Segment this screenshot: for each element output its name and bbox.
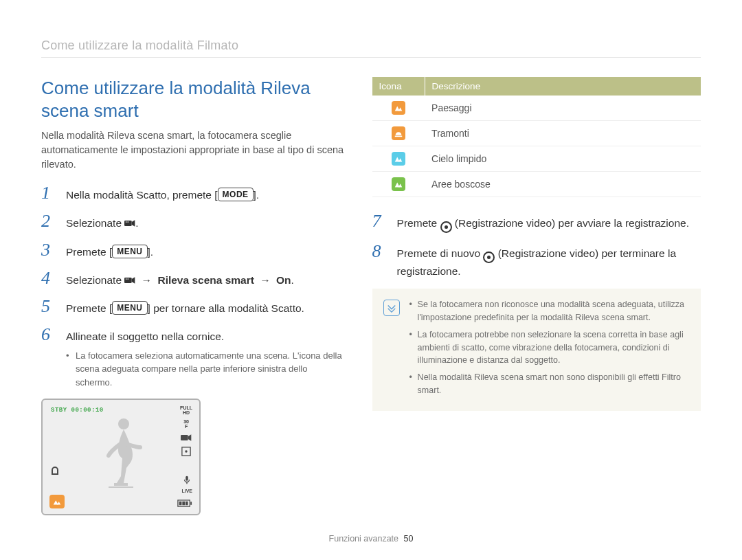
note-item: Nella modalità Rileva scena smart non so… [409, 371, 690, 397]
step-6-note: La fotocamera seleziona automaticamente … [66, 349, 345, 390]
steps-list-7-8: 7 Premete (Registrazione video) per avvi… [372, 212, 701, 279]
table-header-icon: Icona [372, 77, 425, 96]
record-button-icon [440, 221, 452, 233]
film-mode-icon [124, 219, 135, 227]
svg-point-7 [128, 278, 129, 280]
scene-label: Tramonti [425, 121, 701, 146]
fps-icon: 30 F [183, 419, 189, 429]
sunset-icon [392, 126, 405, 140]
step-text: Premete [MENU]. [66, 241, 345, 260]
svg-rect-23 [182, 502, 185, 506]
step-4: 4 Selezionate → Rileva scena smart → On. [41, 269, 345, 288]
lcd-lower-right-indicators: LIVE [181, 475, 192, 493]
table-row: Tramonti [372, 121, 701, 146]
step-1: 1 Nella modalità Scatto, premete [MODE]. [41, 184, 345, 203]
clear-sky-icon [392, 152, 405, 166]
film-icon [181, 433, 192, 443]
step-number: 3 [41, 241, 56, 259]
svg-marker-29 [398, 158, 402, 161]
step-text: Selezionate . [66, 212, 345, 231]
step-text: Allineate il soggetto nella cornice. La … [66, 326, 345, 389]
breadcrumb: Come utilizzare la modalità Filmato [41, 38, 701, 58]
fullhd-icon: FULL HD [180, 405, 192, 415]
forest-icon [392, 177, 405, 191]
mode-button-label: MODE [218, 188, 254, 201]
table-header-desc: Descrizione [425, 77, 701, 96]
step-text: Nella modalità Scatto, premete [MODE]. [66, 184, 345, 203]
svg-point-3 [128, 221, 129, 223]
svg-rect-8 [181, 435, 188, 440]
step-8: 8 Premete di nuovo (Registrazione video)… [372, 243, 701, 279]
step-text: Selezionate → Rileva scena smart → On. [66, 269, 345, 288]
table-row: Cielo limpido [372, 146, 701, 172]
left-column: Come utilizzare la modalità Rileva scena… [41, 77, 345, 515]
step-number: 8 [372, 243, 387, 260]
svg-point-6 [126, 278, 127, 280]
steps-list-1-6: 1 Nella modalità Scatto, premete [MODE].… [41, 184, 345, 389]
live-icon: LIVE [181, 489, 192, 493]
content-columns: Come utilizzare la modalità Rileva scena… [41, 77, 701, 515]
lcd-right-indicators: FULL HD 30 F [180, 405, 192, 456]
page-title: Come utilizzare la modalità Rileva scena… [41, 77, 345, 122]
skater-silhouette-icon [93, 414, 148, 490]
record-button-icon [483, 251, 495, 263]
landscape-icon [392, 101, 405, 115]
svg-marker-31 [398, 183, 402, 187]
step-number: 4 [41, 269, 56, 287]
step-text: Premete (Registrazione video) per avviar… [397, 212, 701, 233]
landscape-scene-icon [49, 495, 65, 508]
note-callout: Se la fotocamera non riconosce una modal… [372, 289, 701, 410]
note-item: Se la fotocamera non riconosce una modal… [409, 298, 690, 324]
metering-icon [181, 447, 192, 456]
film-mode-icon [124, 276, 135, 284]
scene-icon-table: Icona Descrizione Paesaggi Tramonti [372, 77, 701, 197]
step-6: 6 Allineate il soggetto nella cornice. L… [41, 326, 345, 389]
mic-icon [182, 475, 192, 484]
svg-point-15 [118, 418, 129, 429]
step-number: 5 [41, 298, 56, 315]
step-number: 2 [41, 212, 56, 230]
menu-button-label: MENU [112, 301, 147, 315]
svg-rect-24 [186, 502, 188, 506]
lcd-stby-indicator: STBY 00:00:10 [51, 407, 104, 414]
camera-lcd-illustration: STBY 00:00:10 FULL HD 30 F LIVE [41, 399, 201, 515]
svg-rect-17 [52, 497, 62, 506]
svg-marker-19 [57, 502, 60, 504]
svg-rect-21 [190, 502, 192, 505]
svg-marker-9 [188, 434, 192, 440]
svg-marker-26 [398, 107, 402, 111]
step-number: 7 [372, 212, 387, 230]
page-number: 50 [404, 534, 414, 544]
svg-point-11 [185, 450, 188, 453]
footer-section: Funzioni avanzate [329, 534, 398, 544]
svg-rect-22 [179, 502, 182, 506]
table-row: Paesaggi [372, 96, 701, 121]
step-number: 1 [41, 184, 56, 202]
menu-button-label: MENU [112, 245, 147, 258]
step-7: 7 Premete (Registrazione video) per avvi… [372, 212, 701, 233]
manual-page: Come utilizzare la modalità Filmato Come… [0, 0, 742, 560]
table-row: Aree boscose [372, 172, 701, 197]
step-number: 6 [41, 326, 56, 344]
lcd-battery-indicator [177, 500, 192, 507]
scene-label: Aree boscose [425, 172, 701, 197]
intro-paragraph: Nella modalità Rileva scena smart, la fo… [41, 128, 345, 172]
lcd-scene-badge [49, 495, 65, 508]
note-item: La fotocamera potrebbe non selezionare l… [409, 328, 690, 367]
step-2: 2 Selezionate . [41, 212, 345, 231]
step-text: Premete [MENU] per tornare alla modalità… [66, 298, 345, 316]
step-5: 5 Premete [MENU] per tornare alla modali… [41, 298, 345, 316]
scene-label: Paesaggi [425, 96, 701, 121]
svg-point-2 [126, 221, 127, 223]
svg-marker-5 [132, 277, 135, 283]
stabilizer-icon [49, 464, 60, 474]
svg-marker-1 [132, 221, 135, 227]
scene-label: Cielo limpido [425, 146, 701, 172]
note-info-icon [383, 300, 400, 316]
step-3: 3 Premete [MENU]. [41, 241, 345, 260]
right-column: Icona Descrizione Paesaggi Tramonti [372, 77, 701, 515]
note-list: Se la fotocamera non riconosce una modal… [409, 298, 690, 401]
step-text: Premete di nuovo (Registrazione video) p… [397, 243, 701, 279]
page-footer: Funzioni avanzate 50 [0, 534, 742, 544]
battery-icon [177, 500, 192, 507]
